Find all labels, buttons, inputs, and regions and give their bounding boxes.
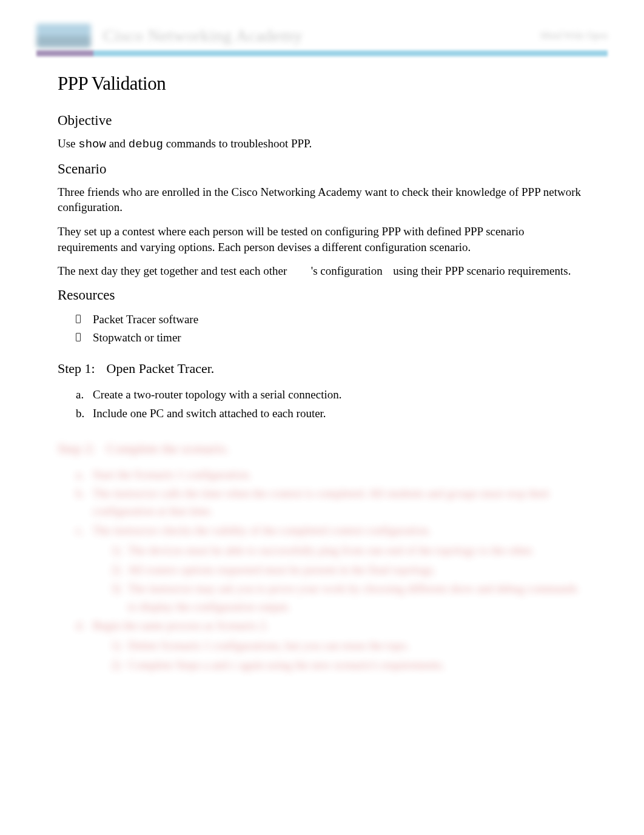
list-text: The instructor calls the time when the c… [93, 487, 549, 517]
step-2-heading: Step 2: Complete the scenario. [58, 441, 586, 457]
resource-item: Stopwatch or timer [76, 329, 586, 347]
step-2-list: a. Start the Scenario 1 configuration. b… [58, 466, 586, 674]
header-banner: Cisco Networking Academy Mind Wide Open [36, 21, 608, 58]
list-item: 1) The devices must be able to successfu… [111, 542, 586, 559]
list-text: Start the Scenario 1 configuration. [93, 468, 251, 481]
list-item: 2) All routers options requested must be… [111, 561, 586, 578]
list-marker: d. [76, 617, 84, 634]
list-item: c. The instructor checks the validity of… [76, 521, 586, 615]
list-marker: a. [76, 386, 84, 403]
resources-list: Packet Tracer software Stopwatch or time… [58, 310, 586, 347]
scenario-para-1: Three friends who are enrolled in the Ci… [58, 184, 586, 215]
page-title: PPP Validation [58, 73, 586, 95]
resource-item: Packet Tracer software [76, 310, 586, 329]
list-text: Complete Steps a and c again using the n… [128, 659, 444, 671]
list-marker: b. [76, 404, 84, 422]
list-item: 2) Complete Steps a and c again using th… [111, 656, 586, 674]
header-divider-bar [36, 50, 608, 56]
text-fragment: commands to troubleshoot PPP. [163, 137, 312, 150]
list-item: a. Start the Scenario 1 configuration. [76, 466, 586, 483]
list-marker: a. [76, 466, 84, 483]
list-marker: c. [76, 521, 84, 539]
list-item: b. Include one PC and switch attached to… [76, 404, 586, 422]
list-marker: 2) [111, 656, 121, 674]
list-marker: b. [76, 485, 84, 502]
list-item: b. The instructor calls the time when th… [76, 485, 586, 520]
code-show: show [78, 138, 106, 151]
blurred-preview-section: Step 2: Complete the scenario. a. Start … [58, 441, 586, 674]
list-text: The devices must be able to successfully… [128, 544, 534, 557]
resources-heading: Resources [58, 287, 586, 303]
list-text: All routers options requested must be pr… [128, 563, 435, 576]
text-fragment: The next day they get together and test … [58, 264, 287, 277]
sub-list-d: 1) Delete Scenario 1 configurations, but… [93, 637, 586, 674]
list-text: Include one PC and switch attached to ea… [93, 407, 326, 420]
list-text: Delete Scenario 1 configurations, but yo… [128, 639, 409, 652]
list-marker: 3) [111, 580, 121, 597]
academy-title: Cisco Networking Academy [103, 26, 540, 45]
list-item: a. Create a two-router topology with a s… [76, 386, 586, 403]
list-marker: 1) [111, 542, 121, 559]
step-1-heading: Step 1: Open Packet Tracer. [58, 361, 586, 377]
list-item: 3) The instructor may ask you to prove y… [111, 580, 586, 615]
scenario-heading: Scenario [58, 161, 586, 177]
objective-text: Use show and debug commands to troublesh… [58, 136, 586, 153]
step-1-list: a. Create a two-router topology with a s… [58, 386, 586, 423]
objective-heading: Objective [58, 113, 586, 129]
list-marker: 1) [111, 637, 121, 654]
step-title: Complete the scenario. [107, 441, 229, 456]
cisco-logo [36, 24, 91, 48]
list-text: The instructor checks the validity of th… [93, 524, 431, 537]
header-content: Cisco Networking Academy Mind Wide Open [36, 21, 608, 50]
text-fragment: and [106, 137, 129, 150]
text-fragment: using their PPP scenario requirements. [393, 264, 571, 277]
step-label: Step 1: [58, 361, 103, 377]
text-fragment: Use [58, 137, 78, 150]
list-marker: 2) [111, 561, 121, 578]
text-fragment: 's configuration [311, 264, 383, 277]
list-text: Begin the same process as Scenario 2. [93, 619, 269, 632]
step-label: Step 2: [58, 441, 103, 457]
document-content: PPP Validation Objective Use show and de… [0, 58, 644, 699]
list-item: d. Begin the same process as Scenario 2.… [76, 617, 586, 674]
step-title: Open Packet Tracer. [107, 361, 215, 376]
list-item: 1) Delete Scenario 1 configurations, but… [111, 637, 586, 654]
code-debug: debug [129, 138, 163, 151]
list-text: The instructor may ask you to prove your… [128, 582, 577, 612]
list-text: Create a two-router topology with a seri… [93, 388, 341, 401]
sub-list-c: 1) The devices must be able to successfu… [93, 542, 586, 615]
scenario-para-3: The next day they get together and test … [58, 263, 586, 279]
scenario-para-2: They set up a contest where each person … [58, 224, 586, 255]
header-tagline: Mind Wide Open [540, 30, 608, 41]
